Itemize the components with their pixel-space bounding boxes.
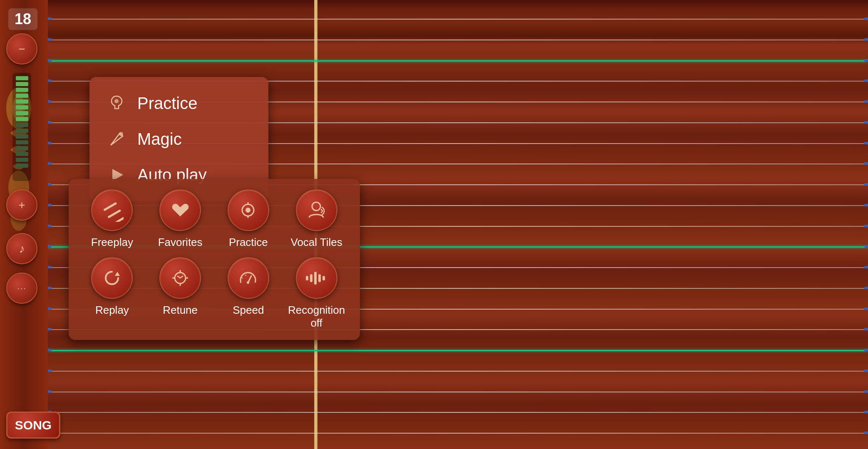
peg-right-13 — [864, 287, 868, 289]
string-18 — [48, 392, 868, 392]
svg-line-26 — [242, 278, 243, 278]
svg-rect-29 — [314, 272, 317, 285]
magic-menu-icon — [106, 129, 127, 149]
peg-right-8 — [864, 183, 868, 186]
grid-item-replay[interactable]: Replay — [81, 257, 143, 330]
grid-item-practice[interactable]: Practice — [218, 189, 280, 249]
left-controls: − + ♪ — [6, 33, 37, 304]
favorites-label: Favorites — [158, 236, 203, 249]
vol-bar-3 — [16, 88, 28, 92]
peg-right-15 — [864, 328, 868, 330]
number-badge: 18 — [8, 8, 37, 30]
vol-bar-7 — [16, 111, 28, 115]
svg-point-16 — [312, 202, 320, 211]
practice-label: Practice — [137, 94, 198, 113]
peg-right-17 — [864, 370, 868, 372]
plus-button[interactable]: + — [6, 189, 37, 221]
string-2 — [48, 60, 868, 62]
vol-bar-11 — [16, 134, 28, 139]
vol-bar-9 — [16, 123, 28, 127]
svg-rect-9 — [103, 202, 117, 211]
svg-rect-28 — [310, 274, 312, 282]
recognition-button[interactable] — [296, 257, 337, 299]
svg-rect-32 — [306, 276, 308, 280]
more-button[interactable]: ··· — [6, 273, 37, 304]
vol-bar-15 — [16, 158, 28, 162]
peg-right-10 — [864, 225, 868, 227]
vol-bar-12 — [16, 140, 28, 144]
speed-label: Speed — [233, 304, 264, 317]
plus-icon: + — [18, 198, 25, 212]
svg-rect-30 — [318, 274, 321, 282]
vocal-tiles-button[interactable] — [296, 189, 337, 231]
volume-slider[interactable] — [12, 73, 31, 181]
vol-bar-1 — [16, 76, 28, 80]
string-0 — [48, 19, 868, 20]
freeplay-label: Freeplay — [91, 236, 133, 249]
svg-rect-11 — [112, 216, 124, 222]
retune-button[interactable] — [159, 257, 201, 299]
svg-rect-10 — [107, 209, 121, 218]
more-icon: ··· — [17, 283, 27, 293]
favorites-button[interactable] — [159, 189, 201, 231]
peg-right-18 — [864, 390, 868, 393]
peg-right-12 — [864, 266, 868, 268]
peg-right-14 — [864, 308, 868, 310]
app-root: 18 − + — [0, 0, 868, 449]
peg-right-3 — [864, 79, 868, 82]
peg-right-0 — [864, 17, 868, 20]
string-20 — [48, 433, 868, 434]
peg-right-2 — [864, 59, 868, 62]
retune-label: Retune — [163, 304, 198, 317]
vol-bar-16 — [16, 164, 28, 168]
peg-right-9 — [864, 204, 868, 206]
vocal-tiles-label: Vocal Tiles — [290, 236, 342, 249]
replay-button[interactable] — [91, 257, 133, 299]
grid-item-favorites[interactable]: Favorites — [149, 189, 211, 249]
menu-item-magic[interactable]: Magic — [102, 121, 256, 157]
practice-grid-label: Practice — [229, 236, 268, 249]
grid-item-retune[interactable]: Retune — [149, 257, 211, 330]
peg-right-16 — [864, 349, 868, 351]
grid-item-freeplay[interactable]: Freeplay — [81, 189, 143, 249]
speed-button[interactable] — [228, 257, 269, 299]
grid-item-speed[interactable]: Speed — [218, 257, 280, 330]
music-icon: ♪ — [19, 242, 25, 256]
string-1 — [48, 40, 868, 40]
replay-label: Replay — [95, 304, 129, 317]
vol-bar-13 — [16, 146, 28, 150]
peg-right-7 — [864, 162, 868, 165]
svg-line-27 — [246, 275, 246, 276]
music-button[interactable]: ♪ — [6, 233, 37, 264]
peg-right-20 — [864, 432, 868, 434]
recognition-label: Recognition off — [285, 304, 347, 330]
svg-point-24 — [247, 281, 249, 284]
peg-right-1 — [864, 38, 868, 41]
practice-button[interactable] — [228, 189, 269, 231]
string-19 — [48, 412, 868, 413]
string-17 — [48, 371, 868, 372]
minus-icon: − — [18, 42, 25, 56]
string-16 — [48, 350, 868, 351]
action-grid: Freeplay Favorites — [81, 189, 347, 330]
minus-button[interactable]: − — [6, 33, 37, 64]
svg-point-5 — [114, 99, 119, 103]
peg-right-4 — [864, 100, 868, 103]
svg-point-13 — [246, 208, 250, 213]
menu-item-practice[interactable]: Practice — [102, 85, 256, 121]
grid-item-vocal-tiles[interactable]: Vocal Tiles — [285, 189, 347, 249]
magic-label: Magic — [137, 130, 182, 149]
peg-right-19 — [864, 411, 868, 413]
peg-right-6 — [864, 142, 868, 144]
svg-rect-31 — [322, 276, 325, 280]
vol-bar-5 — [16, 99, 28, 104]
song-button[interactable]: SONG — [6, 412, 60, 439]
vol-bar-10 — [16, 129, 28, 133]
peg-right-5 — [864, 121, 868, 124]
svg-marker-17 — [115, 272, 120, 276]
freeplay-button[interactable] — [91, 189, 133, 231]
action-menu: Freeplay Favorites — [69, 179, 360, 340]
vol-bar-2 — [16, 82, 28, 86]
grid-item-recognition[interactable]: Recognition off — [285, 257, 347, 330]
vol-bar-14 — [16, 152, 28, 156]
